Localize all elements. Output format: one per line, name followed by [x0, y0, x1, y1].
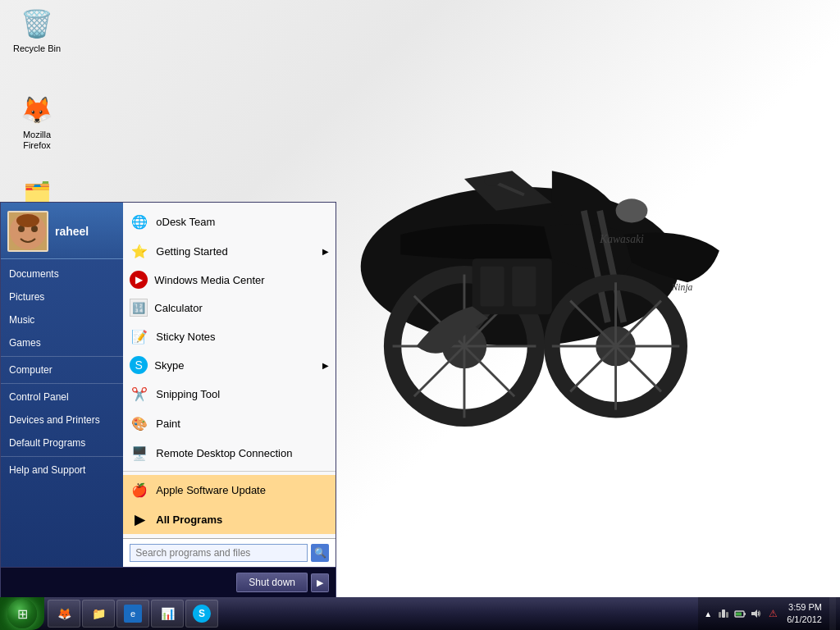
tray-volume-icon[interactable]: [750, 607, 763, 620]
taskbar-excel[interactable]: 📊: [151, 600, 184, 628]
user-avatar: [7, 211, 48, 252]
right-divider-3: [1, 456, 123, 457]
taskbar-ie[interactable]: e: [116, 600, 149, 628]
paint-icon: 🎨: [130, 413, 149, 433]
start-menu-games[interactable]: Games: [1, 331, 123, 354]
show-desktop-button[interactable]: [829, 597, 836, 630]
all-programs-icon: ▶: [130, 509, 149, 529]
shutdown-row: Shut down ▶: [1, 567, 336, 597]
folder-tb-icon: 📁: [89, 605, 107, 623]
svg-rect-33: [736, 613, 742, 616]
svg-rect-30: [719, 612, 721, 618]
shutdown-arrow-button[interactable]: ▶: [311, 573, 329, 592]
start-orb: [7, 599, 37, 628]
svg-rect-31: [726, 612, 728, 618]
skype-tb-icon: S: [193, 605, 211, 623]
apple-update-icon: 🍎: [130, 480, 149, 500]
tray-expand-button[interactable]: ▲: [702, 609, 714, 619]
svg-point-28: [16, 214, 39, 227]
svg-text:Kawasaki: Kawasaki: [599, 233, 644, 245]
tray-network-icon[interactable]: [717, 607, 730, 620]
skype-icon: S: [130, 356, 148, 374]
start-menu-documents[interactable]: Documents: [1, 262, 123, 285]
shutdown-button[interactable]: Shut down: [236, 573, 308, 592]
svg-point-20: [616, 199, 648, 222]
start-menu-apple-update[interactable]: 🍎 Apple Software Update: [123, 475, 336, 504]
svg-text:Ninja: Ninja: [671, 282, 693, 293]
start-menu-paint[interactable]: 🎨 Paint: [123, 409, 336, 438]
desktop: Kawasaki Ninja 🗑️ Recycle Bin 🦊 Mozilla …: [0, 0, 840, 630]
start-menu-music[interactable]: Music: [1, 308, 123, 331]
recycle-bin-icon[interactable]: 🗑️ Recycle Bin: [8, 8, 66, 54]
tray-alert-icon[interactable]: ⚠: [766, 607, 779, 620]
taskbar-items: 🦊 📁 e 📊 S: [44, 600, 698, 628]
start-menu-snipping-tool[interactable]: ✂️ Snipping Tool: [123, 379, 336, 409]
svg-rect-34: [744, 613, 746, 615]
sticky-notes-icon: 📝: [130, 326, 149, 346]
taskbar: 🦊 📁 e 📊 S ▲: [0, 597, 840, 630]
right-divider-2: [1, 383, 123, 384]
start-menu-skype[interactable]: S Skype ▶: [123, 351, 336, 379]
tray-battery-icon[interactable]: [733, 607, 746, 620]
odesk-icon: 🌐: [130, 212, 149, 231]
start-menu-help-support[interactable]: Help and Support: [1, 459, 123, 482]
taskbar-folder[interactable]: 📁: [82, 600, 115, 628]
start-menu-default-programs[interactable]: Default Programs: [1, 431, 123, 454]
system-clock[interactable]: 3:59 PM 6/1/2012: [783, 601, 826, 627]
start-menu-computer[interactable]: Computer: [1, 358, 123, 381]
start-menu: raheel Documents Pictures Music Games Co…: [0, 202, 336, 597]
svg-point-24: [484, 176, 500, 186]
start-menu-control-panel[interactable]: Control Panel: [1, 386, 123, 409]
firefox-tb-icon: 🦊: [55, 605, 73, 623]
svg-rect-19: [512, 267, 536, 307]
start-menu-right-panel: raheel Documents Pictures Music Games Co…: [1, 203, 123, 567]
start-menu-left-panel: 🌐 oDesk Team ⭐ Getting Started ▶ ▶ Windo…: [123, 203, 336, 567]
search-input[interactable]: [130, 544, 308, 562]
start-menu-sticky-notes[interactable]: 📝 Sticky Notes: [123, 322, 336, 351]
start-menu-search-area: 🔍: [123, 538, 336, 567]
start-menu-right-items: Documents Pictures Music Games Computer …: [1, 259, 123, 567]
user-profile-area[interactable]: raheel: [1, 203, 123, 259]
start-menu-devices-printers[interactable]: Devices and Printers: [1, 409, 123, 431]
start-menu-remote-desktop[interactable]: 🖥️ Remote Desktop Connection: [123, 438, 336, 468]
start-menu-calculator[interactable]: 🔢 Calculator: [123, 294, 336, 322]
svg-rect-18: [480, 267, 504, 307]
start-menu-left-items: 🌐 oDesk Team ⭐ Getting Started ▶ ▶ Windo…: [123, 203, 336, 538]
start-button[interactable]: [0, 597, 44, 630]
svg-marker-35: [751, 609, 757, 618]
left-divider: [123, 471, 336, 472]
ie-tb-icon: e: [124, 605, 142, 623]
snipping-tool-icon: ✂️: [130, 384, 149, 404]
taskbar-skype[interactable]: S: [185, 600, 218, 628]
getting-started-icon: ⭐: [130, 241, 149, 261]
start-menu-pictures[interactable]: Pictures: [1, 285, 123, 308]
firefox-desktop-icon[interactable]: 🦊 Mozilla Firefox: [8, 94, 66, 151]
right-divider-1: [1, 356, 123, 357]
username-label: raheel: [55, 225, 89, 238]
start-menu-getting-started[interactable]: ⭐ Getting Started ▶: [123, 236, 336, 266]
wmc-icon: ▶: [130, 271, 148, 289]
svg-rect-29: [722, 609, 725, 618]
skype-arrow-icon: ▶: [322, 361, 329, 370]
start-menu-wmc[interactable]: ▶ Windows Media Center: [123, 266, 336, 294]
start-menu-all-programs[interactable]: ▶ All Programs: [123, 504, 336, 534]
search-button[interactable]: 🔍: [311, 544, 329, 562]
system-tray: ▲: [698, 597, 840, 630]
excel-tb-icon: 📊: [158, 605, 176, 623]
start-menu-odesk[interactable]: 🌐 oDesk Team: [123, 207, 336, 236]
calculator-icon: 🔢: [130, 299, 148, 317]
taskbar-firefox[interactable]: 🦊: [48, 600, 80, 628]
arrow-icon: ▶: [322, 247, 329, 256]
remote-desktop-icon: 🖥️: [130, 443, 149, 463]
